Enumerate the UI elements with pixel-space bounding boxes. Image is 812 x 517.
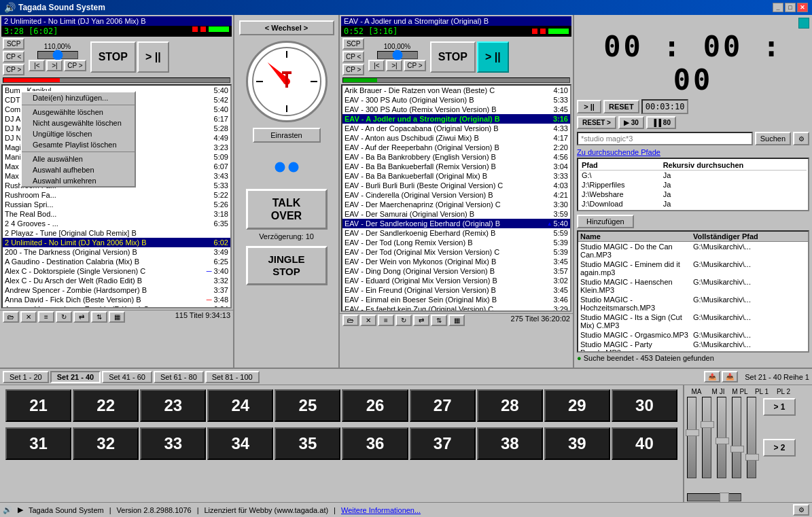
pl2-toolbar-btn1[interactable]: 🗁 [342,315,359,326]
output1-button[interactable]: > 1 [763,398,796,416]
player1-play-btn[interactable]: > || [137,41,169,73]
player2-cp-right-btn[interactable]: CP > [342,64,364,75]
context-delete-unselected[interactable]: Nicht ausgewählte löschen [22,118,135,128]
file-item[interactable]: Studio MAGIC - Eminem did it again.mp3G:… [578,260,808,277]
jingle-stop-button[interactable]: JINGLESTOP [246,246,328,285]
list-item[interactable]: EAV - Der Tod (Original Mix Version Vers… [342,247,570,257]
list-item[interactable]: EAV - Ding Dong (Original Version Versio… [342,266,570,276]
number-btn-37[interactable]: 37 [410,427,476,460]
timer-reset-btn[interactable]: RESET [603,100,639,113]
list-item[interactable]: EAV - Anton aus Dschibudi (Ziwui Mix) B4… [342,133,570,143]
list-item[interactable]: EAV - Einmal ein Boeser Sein (Original M… [342,295,570,304]
pl1-toolbar-btn3[interactable]: ≡ [38,311,54,323]
list-item[interactable]: EAV - Ba Ba Bankrobbery (English Version… [342,152,570,162]
player2-scp-btn[interactable]: SCP [342,38,364,50]
search-input[interactable] [577,132,753,145]
player1-volume-slider[interactable] [37,51,78,59]
context-deselect[interactable]: Auswahl aufheben [22,164,135,175]
pl2-toolbar-btn2[interactable]: ✕ [360,315,376,326]
number-btn-22[interactable]: 22 [73,389,139,422]
list-item[interactable]: 2 4 Grooves - ...6:35 [3,219,230,228]
list-item[interactable]: EAV - Es faehrt kein Zug (Original Versi… [342,304,570,312]
pl1-toolbar-btn7[interactable]: ▦ [109,311,125,323]
timer-80-btn[interactable]: ▐▐ 80 [646,116,676,129]
pl2-toolbar-btn4[interactable]: ↻ [395,315,412,326]
context-delete-selected[interactable]: Ausgewählte löschen [22,107,135,118]
number-btn-26[interactable]: 26 [342,389,408,422]
list-item[interactable]: Apencer Vamprockerz - Zombie (R Knox) C6… [3,304,230,308]
path-row[interactable]: J:\WebshareJa [580,190,807,199]
number-btn-39[interactable]: 39 [544,427,610,460]
list-item[interactable]: Rushroom Fa...5:22 [3,190,230,200]
playlist2[interactable]: Arik Brauer - Die Ratzen von Wean (Beste… [341,84,571,312]
timer-play-pause-btn[interactable]: > || [577,100,601,113]
list-item[interactable]: A Gaudino - Destination Calabria (Mix) B… [3,257,230,266]
pl1-toolbar-btn2[interactable]: ✕ [20,311,37,323]
file-item[interactable]: Studio MAGIC - Party People.MP3G:\Musika… [578,340,808,353]
list-item[interactable]: 2 Playaz - Tune [Original Club Remix] B [3,228,230,238]
player1-scp-btn[interactable]: SCP [3,38,24,50]
pl2-toolbar-btn7[interactable]: ▦ [448,315,465,326]
set-tab-81-100[interactable]: Set 81 - 100 [205,371,260,383]
context-add-files[interactable]: Datei(en) hinzufügen... [22,92,135,103]
list-item-active[interactable]: 2 Unlimited - No Limit (DJ Yan 2006 Mix)… [3,238,230,247]
path-row[interactable]: G:\Ja [580,171,807,181]
list-item[interactable]: EAV - Eduard (Original Mix Version Versi… [342,276,570,285]
output2-button[interactable]: > 2 [763,439,796,457]
player2-seek-back[interactable]: |< [368,60,385,71]
list-item[interactable]: EAV - Burli Burli Burli (Beste Original … [342,181,570,190]
list-item[interactable]: Anna David - Fick Dich (Beste Version) B… [3,295,230,304]
pl1-toolbar-btn4[interactable]: ↻ [56,311,72,323]
hinzufugen-button[interactable]: Hinzufügen [577,215,634,228]
list-item[interactable]: EAV - Cinderella (Original Version Versi… [342,190,570,200]
number-btn-25[interactable]: 25 [275,389,340,422]
list-item[interactable]: Alex C - Du Arsch der Welt (Radio Edit) … [3,276,230,285]
middle-slider2[interactable] [288,147,299,188]
number-btn-32[interactable]: 32 [73,427,139,460]
file-item[interactable]: Studio MAGIC - Its a Sign (Cut Mix) C.MP… [578,313,808,330]
number-btn-31[interactable]: 31 [5,427,71,460]
list-item[interactable]: EAV - Der Wein von Mykonos (Original Mix… [342,257,570,266]
player2-play-btn[interactable]: > || [477,41,509,73]
context-select-all[interactable]: Alle auswählen [22,154,135,164]
list-item-active[interactable]: EAV - A Jodler und a Stromgitar (Origina… [342,114,570,124]
list-item[interactable]: Alex C - Doktorspiele (Single Versionen)… [3,266,230,276]
pl1-toolbar-btn5[interactable]: ⇄ [73,311,90,323]
number-btn-23[interactable]: 23 [140,389,206,422]
wechsel-button[interactable]: < Wechsel > [239,20,334,35]
set-tab-21-40[interactable]: Set 21 - 40 [50,371,101,383]
import-button[interactable]: 📥 [722,371,738,382]
list-item[interactable]: EAV - 300 PS Auto (Remix Version Version… [342,105,570,114]
list-item[interactable]: 200 - The Darkness (Original Version) B3… [3,247,230,257]
pl1-toolbar-btn1[interactable]: 🗁 [3,311,19,323]
files-list[interactable]: Name Vollständiger Pfad Studio MAGIC - D… [577,230,809,353]
player1-stop-btn[interactable]: STOP [90,41,136,73]
number-btn-28[interactable]: 28 [477,389,543,422]
list-item[interactable]: EAV - An der Copacabana (Original Versio… [342,124,570,133]
talk-over-button[interactable]: TALKOVER [246,189,328,230]
pl2-toolbar-btn6[interactable]: ⇅ [431,315,447,326]
file-item[interactable]: Studio MAGIC - Haenschen Klein.MP3G:\Mus… [578,277,808,295]
einrasten-button[interactable]: Einrasten [253,128,321,143]
list-item[interactable]: EAV - Ein Freund (Original Version Versi… [342,285,570,295]
number-btn-24[interactable]: 24 [207,389,273,422]
timer-30-btn[interactable]: ▶ 30 [618,116,644,129]
context-invert[interactable]: Auswahl umkehren [22,175,135,186]
list-item[interactable]: EAV - Der Maerchenaprinz (Original Versi… [342,200,570,209]
middle-slider[interactable] [275,147,285,188]
player1-cp-btn[interactable]: CP > [64,60,86,71]
player2-cp-left-btn[interactable]: CP < [342,51,364,63]
list-item[interactable]: EAV - 300 PS Auto (Original Version) B5:… [342,95,570,105]
pl1-toolbar-btn6[interactable]: ⇅ [91,311,107,323]
number-btn-38[interactable]: 38 [477,427,543,460]
list-item[interactable]: Arik Brauer - Die Ratzen von Wean (Beste… [342,86,570,95]
export-button[interactable]: 📤 [704,371,720,382]
close-button[interactable]: ✕ [797,3,808,12]
number-btn-33[interactable]: 33 [140,427,206,460]
player1-cp-left-btn[interactable]: CP < [3,51,24,63]
path-row[interactable]: J:\DownloadJa [580,199,807,209]
path-row[interactable]: J:\RipperfilesJa [580,180,807,190]
number-btn-40[interactable]: 40 [612,427,677,460]
number-btn-27[interactable]: 27 [410,389,476,422]
set-tab-1-20[interactable]: Set 1 - 20 [3,371,49,383]
